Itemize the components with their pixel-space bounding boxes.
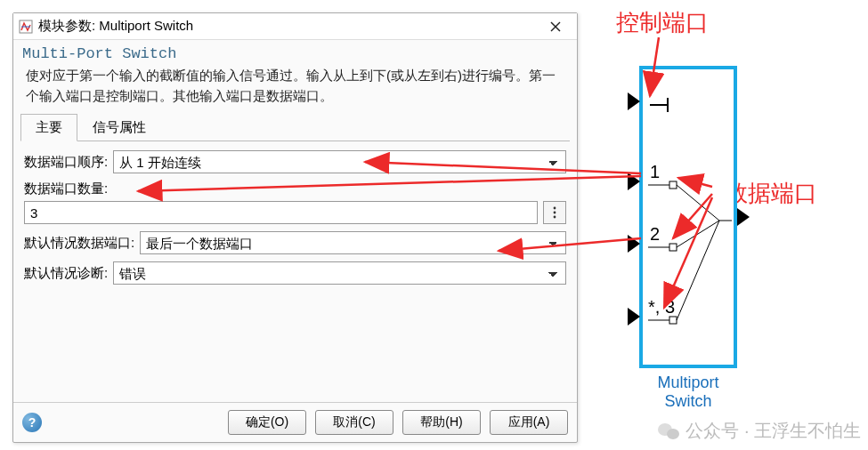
watermark-text: 公众号 · 王浮生不怕生 [685, 419, 861, 443]
port-label-2: 2 [650, 224, 660, 245]
parameters-dialog: 模块参数: Multiport Switch Multi-Port Switch… [12, 12, 578, 443]
tab-signal-attributes[interactable]: 信号属性 [77, 114, 161, 141]
block-name: Multiport Switch [639, 374, 737, 410]
vertical-dots-icon [553, 206, 556, 219]
wechat-icon [657, 422, 680, 441]
close-icon [550, 21, 561, 32]
dialog-footer: ? 确定(O) 取消(C) 帮助(H) 应用(A) [13, 402, 577, 442]
output-arrow [737, 208, 750, 226]
default-data-port-label: 默认情况数据端口: [24, 235, 134, 252]
svg-line-15 [677, 221, 719, 247]
annotation-data-port: 数据端口 [725, 178, 817, 209]
tab-main[interactable]: 主要 [20, 114, 77, 141]
input-arrow-1 [628, 173, 640, 190]
description-text: 使对应于第一个输入的截断值的输入信号通过。输入从上到下(或从左到右)进行编号。第… [13, 62, 577, 113]
svg-point-27 [667, 429, 679, 439]
tab-bar: 主要 信号属性 [20, 113, 570, 141]
data-port-count-label: 数据端口数量: [24, 181, 566, 197]
multiport-switch-block: 1 2 *, 3 [639, 66, 737, 368]
titlebar: 模块参数: Multiport Switch [13, 13, 577, 40]
svg-rect-11 [669, 244, 677, 251]
watermark: 公众号 · 王浮生不怕生 [657, 419, 861, 443]
svg-rect-9 [669, 181, 677, 189]
dialog-title: 模块参数: Multiport Switch [38, 18, 539, 35]
data-port-order-select[interactable]: 从 1 开始连续 [113, 150, 566, 173]
svg-point-4 [554, 212, 556, 214]
ok-button[interactable]: 确定(O) [228, 410, 306, 435]
default-diagnostic-select[interactable]: 错误 [113, 261, 566, 285]
svg-point-3 [554, 207, 556, 210]
help-button[interactable]: 帮助(H) [402, 410, 481, 435]
block-diagram: 控制端口 数据端口 1 2 *, 3 Multiport [605, 7, 864, 443]
more-options-button[interactable] [543, 201, 566, 224]
svg-rect-13 [669, 317, 677, 324]
svg-point-5 [554, 216, 556, 219]
apply-button[interactable]: 应用(A) [490, 410, 568, 435]
simulink-icon [19, 20, 33, 34]
data-port-order-label: 数据端口顺序: [24, 154, 108, 171]
svg-line-16 [677, 221, 719, 320]
data-port-count-input[interactable] [24, 201, 538, 224]
input-arrow-2 [628, 235, 640, 253]
default-data-port-select[interactable]: 最后一个数据端口 [140, 231, 566, 254]
input-arrow-control [628, 92, 640, 110]
svg-line-14 [677, 185, 719, 221]
default-diagnostic-label: 默认情况诊断: [24, 265, 108, 282]
dialog-body: 数据端口顺序: 从 1 开始连续 数据端口数量: 默认情况数据端口: [13, 141, 577, 402]
help-icon[interactable]: ? [22, 413, 42, 432]
block-internal-icon [643, 69, 734, 365]
port-label-3: *, 3 [648, 297, 675, 317]
port-label-1: 1 [650, 162, 660, 182]
input-arrow-3 [628, 308, 640, 325]
group-title: Multi-Port Switch [13, 40, 577, 62]
cancel-button[interactable]: 取消(C) [315, 410, 393, 435]
close-button[interactable] [539, 15, 572, 38]
annotation-control-port: 控制端口 [616, 7, 709, 38]
